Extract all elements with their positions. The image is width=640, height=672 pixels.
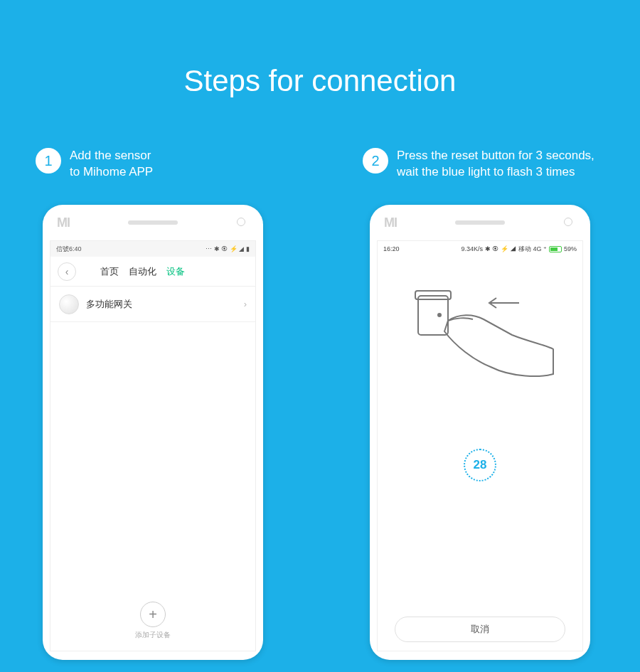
status-bar: 16:20 9.34K/s ✱ ⦿ ⚡ ◢ 移动 4G ⁺ 59% (378, 241, 582, 257)
device-row[interactable]: 多功能网关 › (50, 287, 255, 322)
phone-screen-2: 16:20 9.34K/s ✱ ⦿ ⚡ ◢ 移动 4G ⁺ 59% (377, 240, 583, 651)
reset-illustration: 28 (378, 257, 582, 599)
hand-pressing-icon (405, 278, 555, 385)
phone-mockup-2: MI 16:20 9.34K/s ✱ ⦿ ⚡ ◢ 移动 4G ⁺ 59% (370, 205, 590, 660)
back-button[interactable]: ‹ (58, 262, 76, 281)
mi-logo: MI (57, 215, 70, 230)
tab-device[interactable]: 设备 (166, 265, 185, 278)
mi-logo: MI (384, 215, 397, 230)
status-time: 16:20 (383, 245, 400, 252)
gateway-icon (59, 294, 79, 314)
svg-point-2 (437, 313, 442, 317)
step-badge-2: 2 (363, 148, 388, 174)
phone-mockup-1: MI 信號6:40 ⋯ ✱ ⦿ ⚡ ◢ ▮ ‹ 首页 自动化 设备 (43, 205, 263, 660)
phone-screen-1: 信號6:40 ⋯ ✱ ⦿ ⚡ ◢ ▮ ‹ 首页 自动化 设备 多功能网关 › (50, 240, 256, 651)
step-text-1: Add the sensorto Mihome APP (70, 148, 153, 181)
phone-camera (237, 218, 245, 226)
phone-speaker (128, 220, 178, 225)
status-icons: ⋯ ✱ ⦿ ⚡ ◢ ▮ (206, 245, 250, 252)
app-header: ‹ 首页 自动化 设备 (50, 257, 255, 287)
svg-rect-0 (418, 296, 448, 335)
add-device-button[interactable]: + (140, 602, 166, 627)
step-text-2: Press the reset button for 3 seconds,wai… (397, 148, 594, 181)
status-right: 9.34K/s ✱ ⦿ ⚡ ◢ 移动 4G ⁺ 59% (461, 245, 577, 254)
step-badge-1: 1 (36, 148, 61, 174)
countdown-timer: 28 (464, 449, 496, 481)
cancel-button[interactable]: 取消 (395, 617, 565, 642)
phone-speaker (455, 220, 505, 225)
phone-camera (564, 218, 572, 226)
add-device-label: 添加子设备 (50, 630, 255, 640)
page-title: Steps for connection (0, 0, 640, 98)
step-1: 1 Add the sensorto Mihome APP MI 信號6:40 … (36, 148, 277, 660)
chevron-right-icon: › (244, 299, 247, 309)
tab-home[interactable]: 首页 (100, 265, 119, 278)
status-time: 信號6:40 (56, 245, 82, 254)
step-2: 2 Press the reset button for 3 seconds,w… (363, 148, 604, 660)
device-label: 多功能网关 (86, 298, 132, 311)
status-bar: 信號6:40 ⋯ ✱ ⦿ ⚡ ◢ ▮ (50, 241, 255, 257)
tab-auto[interactable]: 自动化 (129, 265, 156, 278)
